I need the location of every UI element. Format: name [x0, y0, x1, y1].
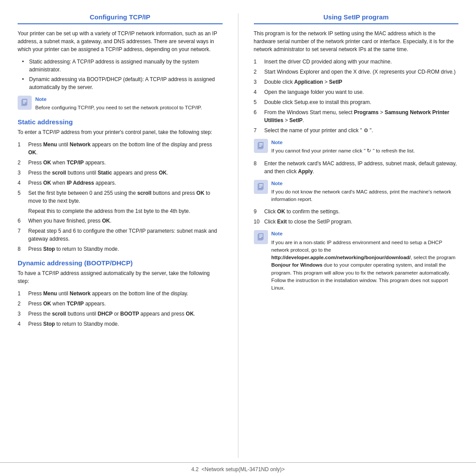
svg-rect-4 — [23, 103, 25, 104]
static-step-2: 2 Press OK when TCP/IP appears. — [18, 159, 223, 167]
left-section-title: Configuring TCP/IP — [18, 13, 223, 24]
bullet-dot-2: • — [22, 75, 26, 91]
static-step-8: 8 Press Stop to return to Standby mode. — [18, 245, 223, 253]
step-num: 3 — [18, 310, 24, 318]
step-text: Press the scroll buttons until DHCP or B… — [28, 310, 223, 318]
step-num: 10 — [254, 218, 260, 226]
note-content-1: Note Before configuring TCP/IP, you need… — [35, 96, 202, 112]
step-text: Press Stop to return to Standby mode. — [28, 320, 223, 328]
column-divider — [238, 13, 238, 458]
step-num: 4 — [18, 320, 24, 328]
svg-rect-7 — [259, 143, 263, 144]
note-label-2: Note — [271, 139, 415, 146]
bullet-text-2: Dynamic addressing via BOOTP/DHCP (defau… — [29, 75, 223, 91]
note-label-3: Note — [271, 180, 459, 187]
bullet-item-1: • Static addressing: A TCP/IP address is… — [22, 58, 223, 74]
dynamic-step-3: 3 Press the scroll buttons until DHCP or… — [18, 310, 223, 318]
svg-rect-12 — [259, 184, 263, 185]
step-text: Repeat step 5 and 6 to configure the oth… — [28, 227, 223, 243]
note-text-1: Before configuring TCP/IP, you need to s… — [35, 105, 202, 110]
note-text-4: If you are in a non-static IP address en… — [271, 240, 456, 291]
step-text: Double click Setup.exe to install this p… — [264, 98, 459, 106]
static-step-7: 7 Repeat step 5 and 6 to configure the o… — [18, 227, 223, 243]
right-step-8: 8 Enter the network card's MAC address, … — [254, 160, 459, 175]
dynamic-step-2: 2 Press OK when TCP/IP appears. — [18, 300, 223, 308]
step-num: 2 — [254, 68, 260, 76]
right-section-title: Using SetIP program — [254, 13, 459, 24]
right-steps-1: 1 Insert the driver CD provided along wi… — [254, 58, 459, 134]
right-step-2: 2 Start Windows Explorer and open the X … — [254, 68, 459, 76]
step-text: Press OK when TCP/IP appears. — [28, 300, 223, 308]
note-icon-3 — [254, 180, 268, 194]
static-step-6: 6 When you have finished, press OK. — [18, 217, 223, 225]
svg-rect-8 — [259, 145, 263, 145]
step-num: 3 — [254, 78, 260, 86]
dynamic-steps: 1 Press Menu until Network appears on th… — [18, 290, 223, 328]
note-box-2: Note If you cannot find your printer nam… — [254, 139, 459, 155]
svg-rect-9 — [259, 146, 261, 147]
bullet-dot-1: • — [22, 58, 26, 74]
step-num: 7 — [254, 126, 260, 134]
step-text: Enter the network card's MAC address, IP… — [264, 160, 459, 175]
bullet-list: • Static addressing: A TCP/IP address is… — [22, 58, 223, 91]
step-text: Click Exit to close the SetIP program. — [264, 218, 459, 226]
static-step-4: 4 Press OK when IP Address appears. — [18, 179, 223, 187]
right-step-6: 6 From the Windows Start menu, select Pr… — [254, 108, 459, 124]
static-step-3: 3 Press the scroll buttons until Static … — [18, 169, 223, 177]
note-label-4: Note — [271, 230, 459, 238]
right-step-9: 9 Click OK to confirm the settings. — [254, 208, 459, 216]
right-step-7: 7 Select the name of your printer and cl… — [254, 126, 459, 134]
step-num: 9 — [254, 208, 260, 216]
step-text: Press OK when IP Address appears. — [28, 179, 223, 187]
right-step-3: 3 Double click Application > SetIP — [254, 78, 459, 86]
svg-rect-3 — [23, 101, 26, 102]
step-num: 2 — [18, 300, 24, 308]
right-column: Using SetIP program This program is for … — [254, 13, 459, 458]
note-content-2: Note If you cannot find your printer nam… — [271, 139, 415, 155]
footer-page: 4.2 — [191, 466, 199, 472]
step-num: 1 — [18, 290, 24, 298]
right-intro: This program is for the network IP setti… — [254, 30, 459, 53]
bullet-item-2: • Dynamic addressing via BOOTP/DHCP (def… — [22, 75, 223, 91]
dynamic-step-1: 1 Press Menu until Network appears on th… — [18, 290, 223, 298]
dynamic-title: Dynamic addressing (BOOTP/DHCP) — [18, 259, 223, 267]
step-text: Set the first byte between 0 and 255 usi… — [28, 189, 223, 205]
step-text: Press Stop to return to Standby mode. — [28, 245, 223, 253]
step-num: 5 — [18, 189, 24, 205]
step-num: 8 — [18, 245, 24, 253]
svg-rect-14 — [259, 187, 261, 188]
step-text: Select the name of your printer and clic… — [264, 126, 459, 134]
note-text-3: If you do not know the network card's MA… — [271, 189, 451, 202]
page: Configuring TCP/IP Your printer can be s… — [0, 0, 476, 476]
step-num: 2 — [18, 159, 24, 167]
left-column: Configuring TCP/IP Your printer can be s… — [18, 13, 223, 458]
step-num: 7 — [18, 227, 24, 243]
step-text: From the Windows Start menu, select Prog… — [264, 108, 459, 124]
right-steps-3: 9 Click OK to confirm the settings. 10 C… — [254, 208, 459, 226]
step-text: Press Menu until Network appears on the … — [28, 290, 223, 298]
step-num: 8 — [254, 160, 260, 175]
step-num: 6 — [18, 217, 24, 225]
note-icon-1 — [18, 96, 32, 110]
static-intro: To enter a TCP/IP address from your prin… — [18, 128, 223, 136]
note-box-4: Note If you are in a non-static IP addre… — [254, 230, 459, 292]
step-num: 6 — [254, 108, 260, 124]
step-text: Open the language folder you want to use… — [264, 88, 459, 96]
step-text: When you have finished, press OK. — [28, 217, 223, 225]
svg-rect-17 — [259, 234, 263, 235]
note-icon-2 — [254, 139, 268, 153]
note-text-2: If you cannot find your printer name cli… — [271, 148, 415, 153]
bullet-text-1: Static addressing: A TCP/IP address is a… — [29, 58, 223, 74]
repeat-text: Repeat this to complete the address from… — [28, 207, 223, 215]
step-num: 3 — [18, 169, 24, 177]
step-text: Press the scroll buttons until Static ap… — [28, 169, 223, 177]
note-icon-4 — [254, 230, 268, 244]
main-content: Configuring TCP/IP Your printer can be s… — [0, 0, 476, 462]
step-text: Press Menu until Network appears on the … — [28, 141, 223, 156]
svg-rect-2 — [23, 100, 26, 101]
static-steps: 1 Press Menu until Network appears on th… — [18, 141, 223, 253]
step-num: 5 — [254, 98, 260, 106]
right-step-1: 1 Insert the driver CD provided along wi… — [254, 58, 459, 66]
note-box-3: Note If you do not know the network card… — [254, 180, 459, 204]
right-steps-2: 8 Enter the network card's MAC address, … — [254, 160, 459, 175]
